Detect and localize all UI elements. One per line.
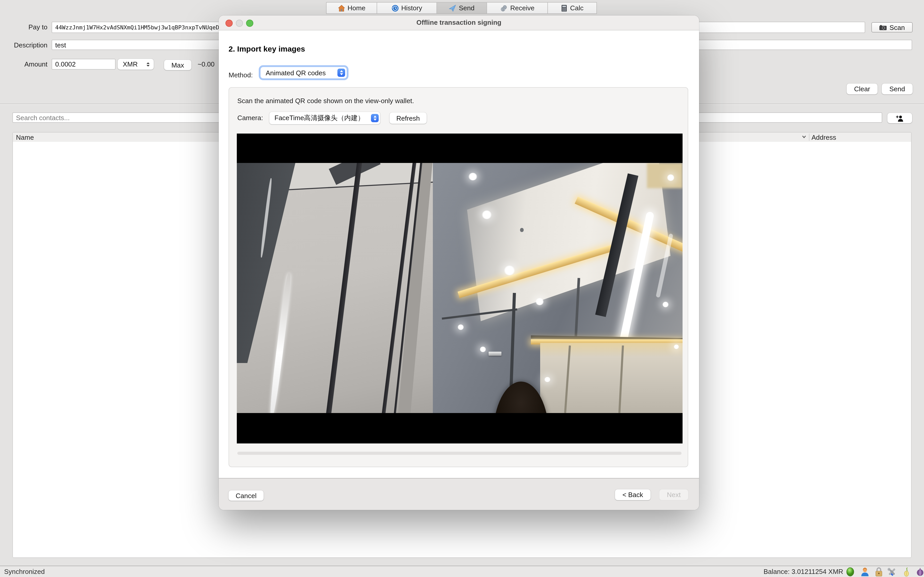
send-icon [449,4,456,11]
chevron-updown-icon [147,62,150,66]
column-header-address[interactable]: Address [811,133,836,142]
refresh-button-label: Refresh [396,114,420,122]
column-header-name[interactable]: Name [16,133,34,142]
tab-calc[interactable]: Calc [548,2,597,14]
receive-coin-digit: 1 [502,7,504,11]
description-label: Description [0,41,47,49]
amount-input[interactable] [52,59,116,69]
tab-label: Receive [510,4,535,12]
receive-icon: 1 [500,4,508,11]
cancel-button[interactable]: Cancel [229,490,263,501]
camera-value: FaceTime高清摄像头（内建） [275,113,365,123]
tools-icon[interactable] [887,567,897,577]
fiat-estimate: ~0.00 [198,59,215,69]
tab-label: Calc [570,4,583,12]
method-label: Method: [229,69,253,81]
lock-icon[interactable] [874,567,884,577]
status-led-icon [846,567,855,577]
max-button[interactable]: Max [164,60,191,70]
max-button-label: Max [171,61,184,69]
account-icon[interactable] [860,567,870,577]
send-button[interactable]: Send [882,84,913,94]
method-select[interactable]: Animated QR codes [260,67,347,78]
sort-chevron-icon[interactable] [802,135,806,139]
tab-label: History [401,4,422,12]
refresh-button[interactable]: Refresh [389,113,426,124]
amount-label: Amount [0,60,47,68]
tab-label: Home [347,4,365,12]
dialog-titlebar[interactable]: Offline transaction signing [219,16,699,31]
scan-panel: Scan the animated QR code shown on the v… [229,87,688,467]
scan-progress-bar [237,452,682,455]
back-button[interactable]: < Back [615,489,651,500]
chevron-updown-icon [371,114,379,122]
camera-select[interactable]: FaceTime高清摄像头（内建） [269,112,380,124]
back-button-label: < Back [622,491,643,499]
door-handle [489,352,501,356]
dialog-heading: 2. Import key images [229,44,305,53]
dialog-title: Offline transaction signing [219,16,699,30]
tab-send[interactable]: Send [436,2,487,14]
camera-icon [879,24,887,30]
scan-instruction: Scan the animated QR code shown on the v… [237,97,414,105]
pay-to-label: Pay to [0,23,47,31]
scan-button[interactable]: Scan [871,22,913,32]
next-button[interactable]: Next [659,489,688,500]
camera-preview [237,134,683,443]
tab-receive[interactable]: 1 Receive [486,2,548,14]
chevron-updown-icon [338,69,345,77]
dialog-footer: Cancel < Back Next [219,478,699,510]
tab-home[interactable]: Home [326,2,377,14]
scan-button-label: Scan [889,23,905,31]
home-icon [338,4,345,11]
clear-button-label: Clear [854,85,870,93]
seed-icon[interactable] [903,567,910,577]
status-bar: Synchronized Balance: 3.01211254 XMR [0,566,924,577]
clear-button[interactable]: Clear [846,84,877,94]
balance-text: Balance: 3.01211254 XMR [764,566,843,577]
currency-select[interactable]: XMR [118,59,154,69]
add-person-icon [896,115,904,121]
method-value: Animated QR codes [266,69,326,77]
column-divider [809,134,809,141]
sync-status: Synchronized [4,566,45,577]
tor-onion-icon[interactable] [916,567,924,577]
offline-signing-dialog: Offline transaction signing 2. Import ke… [219,16,699,510]
calc-icon [561,4,567,11]
cancel-button-label: Cancel [236,492,257,500]
send-button-label: Send [889,85,905,93]
currency-value: XMR [123,60,138,68]
camera-label: Camera: [237,112,263,124]
tab-label: Send [459,4,475,12]
tab-history[interactable]: History [376,2,437,14]
toolbar: Home History Send 1 Receive Calc [326,2,597,14]
camera-feed-image [237,163,683,413]
history-icon [392,4,399,11]
add-contact-button[interactable] [887,113,912,123]
next-button-label: Next [667,491,680,499]
application-window: Home History Send 1 Receive Calc Pay to … [0,0,924,577]
